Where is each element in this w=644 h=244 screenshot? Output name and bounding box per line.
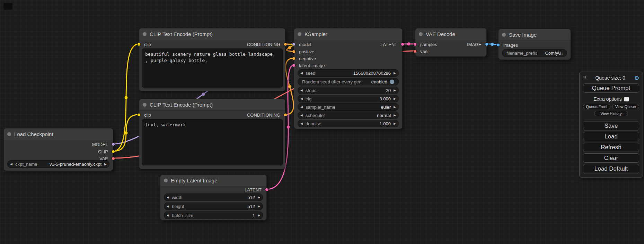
widget-ckpt-name[interactable]: ◀ ckpt_name v1-5-pruned-emaonly.ckpt ▶ (7, 160, 109, 168)
widget-scheduler[interactable]: ◀ scheduler normal ▶ (298, 111, 399, 119)
input-slot-samples[interactable] (413, 43, 417, 46)
toggle-dot[interactable] (390, 80, 394, 84)
input-slot-vae[interactable] (413, 49, 417, 53)
load-default-button[interactable]: Load Default (583, 164, 639, 173)
slot-row: model LATENT (294, 41, 402, 48)
input-slot-clip[interactable] (137, 113, 141, 117)
prompt-textarea[interactable]: beautiful scenery nature glass bottle la… (142, 48, 283, 88)
input-label-samples: samples (420, 42, 437, 47)
node-graph-canvas[interactable]: Load Checkpoint MODEL CLIP VAE ◀ ckpt_na… (0, 0, 644, 244)
workflow-menu-button[interactable] (3, 3, 12, 10)
prompt-textarea[interactable]: text, watermark (142, 119, 283, 165)
node-load-checkpoint[interactable]: Load Checkpoint MODEL CLIP VAE ◀ ckpt_na… (3, 128, 113, 171)
node-save-image[interactable]: Save Image images filename_prefix ComfyU… (498, 29, 571, 60)
view-history-button[interactable]: View History (594, 111, 628, 116)
arrow-left-icon[interactable]: ◀ (298, 114, 306, 117)
collapse-dot[interactable] (164, 179, 168, 182)
arrow-left-icon[interactable]: ◀ (298, 97, 306, 100)
widget-label: filename_prefix (506, 51, 537, 56)
arrow-left-icon[interactable]: ◀ (164, 196, 172, 199)
link-midpoint-dot (491, 43, 494, 46)
collapse-dot[interactable] (419, 32, 423, 36)
node-title-bar[interactable]: CLIP Text Encode (Prompt) (139, 28, 285, 40)
arrow-left-icon[interactable]: ◀ (298, 89, 306, 92)
widget-filename-prefix[interactable]: filename_prefix ComfyUI (502, 49, 567, 57)
node-title: Load Checkpoint (14, 131, 53, 137)
arrow-right-icon[interactable]: ▶ (102, 163, 109, 166)
widget-label: height (172, 204, 184, 209)
widget-steps[interactable]: ◀ steps 20 ▶ (298, 87, 399, 94)
arrow-left-icon[interactable]: ◀ (7, 163, 15, 166)
node-ksampler[interactable]: KSampler model LATENT positive negative … (294, 28, 403, 129)
output-slot-model[interactable] (112, 143, 115, 146)
input-slot-latent-image[interactable] (292, 64, 295, 67)
link-midpoint-dot (288, 85, 291, 88)
widget-label: Random seed after every gen (302, 79, 361, 84)
widget-cfg[interactable]: ◀ cfg 8.000 ▶ (298, 95, 399, 102)
input-slot-model[interactable] (292, 43, 295, 46)
extra-options-checkbox[interactable] (624, 97, 629, 101)
collapse-dot[interactable] (143, 32, 147, 36)
node-clip-text-encode-negative[interactable]: CLIP Text Encode (Prompt) clip CONDITION… (139, 99, 285, 169)
output-slot-latent[interactable] (401, 43, 404, 46)
node-title-bar[interactable]: CLIP Text Encode (Prompt) (139, 99, 285, 111)
widget-height[interactable]: ◀ height 512 ▶ (164, 202, 263, 210)
output-slot-clip[interactable] (112, 150, 115, 153)
arrow-right-icon[interactable]: ▶ (391, 106, 399, 109)
input-slot-clip[interactable] (137, 43, 141, 46)
gear-icon[interactable]: ⚙ (634, 75, 639, 81)
output-slot-conditioning[interactable] (284, 43, 287, 46)
widget-width[interactable]: ◀ width 512 ▶ (164, 193, 263, 201)
arrow-left-icon[interactable]: ◀ (298, 122, 306, 125)
output-slot-latent[interactable] (265, 188, 268, 191)
clear-button[interactable]: Clear (583, 153, 639, 163)
widget-random-seed[interactable]: Random seed after every gen enabled (298, 78, 399, 85)
refresh-button[interactable]: Refresh (583, 143, 639, 152)
collapse-dot[interactable] (298, 32, 301, 36)
widget-sampler-name[interactable]: ◀ sampler_name euler ▶ (298, 103, 399, 111)
widget-label: width (172, 195, 182, 200)
arrow-right-icon[interactable]: ▶ (255, 196, 263, 199)
node-title-bar[interactable]: Save Image (499, 29, 571, 41)
arrow-right-icon[interactable]: ▶ (391, 72, 399, 75)
collapse-dot[interactable] (7, 132, 11, 136)
queue-prompt-button[interactable]: Queue Prompt (583, 83, 639, 93)
drag-handle-icon[interactable]: ⠿ (583, 75, 586, 81)
arrow-right-icon[interactable]: ▶ (255, 214, 263, 217)
widget-batch-size[interactable]: ◀ batch_size 1 ▶ (164, 211, 263, 219)
input-slot-positive[interactable] (292, 50, 295, 53)
collapse-dot[interactable] (143, 103, 147, 107)
queue-front-button[interactable]: Queue Front (583, 104, 610, 109)
arrow-left-icon[interactable]: ◀ (298, 106, 306, 109)
node-title-bar[interactable]: Load Checkpoint (4, 128, 113, 140)
widget-denoise[interactable]: ◀ denoise 1.000 ▶ (298, 120, 399, 127)
arrow-right-icon[interactable]: ▶ (391, 97, 399, 100)
arrow-left-icon[interactable]: ◀ (164, 205, 172, 208)
input-label-clip: clip (144, 112, 151, 118)
widget-seed[interactable]: ◀ seed 156680208700286 ▶ (298, 69, 399, 77)
collapse-dot[interactable] (502, 33, 506, 37)
arrow-right-icon[interactable]: ▶ (391, 122, 399, 125)
arrow-left-icon[interactable]: ◀ (298, 72, 306, 75)
arrow-right-icon[interactable]: ▶ (255, 205, 263, 208)
view-queue-button[interactable]: View Queue (612, 104, 639, 109)
arrow-left-icon[interactable]: ◀ (164, 214, 172, 217)
save-button[interactable]: Save (583, 121, 639, 130)
input-label-latent-image: latent_image (299, 63, 325, 68)
widget-label: ckpt_name (15, 162, 37, 167)
output-slot-image[interactable] (485, 43, 488, 46)
node-vae-decode[interactable]: VAE Decode samples IMAGE vae (415, 28, 487, 57)
node-title-bar[interactable]: Empty Latent Image (160, 175, 266, 187)
input-slot-images[interactable] (496, 43, 500, 47)
output-slot-conditioning[interactable] (284, 113, 287, 117)
node-clip-text-encode-positive[interactable]: CLIP Text Encode (Prompt) clip CONDITION… (139, 28, 285, 91)
input-slot-negative[interactable] (292, 57, 295, 60)
widget-value: ComfyUI (545, 51, 563, 56)
node-title-bar[interactable]: KSampler (294, 28, 402, 40)
load-button[interactable]: Load (583, 132, 639, 141)
node-title-bar[interactable]: VAE Decode (415, 28, 486, 40)
arrow-right-icon[interactable]: ▶ (391, 89, 399, 92)
node-empty-latent-image[interactable]: Empty Latent Image LATENT ◀ width 512 ▶ … (160, 174, 267, 220)
output-slot-vae[interactable] (112, 157, 115, 160)
arrow-right-icon[interactable]: ▶ (391, 114, 399, 117)
